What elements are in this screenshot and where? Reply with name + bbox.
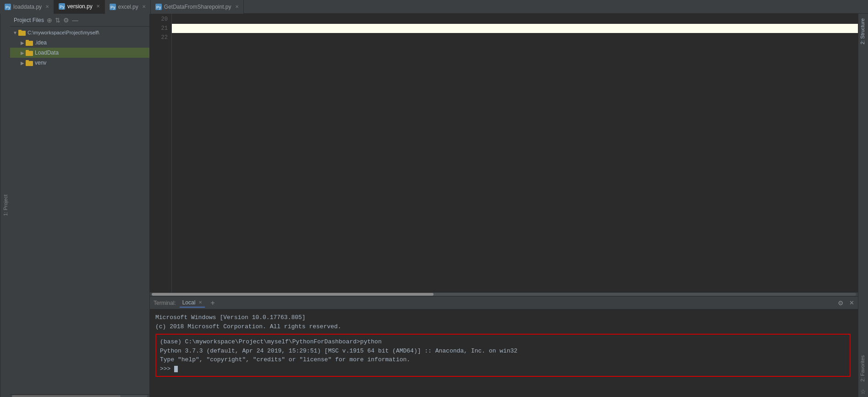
terminal-tab-label: Local	[182, 299, 196, 306]
tree-arrow-venv: ▶	[19, 61, 26, 66]
svg-rect-12	[26, 51, 33, 56]
tree-item-venv[interactable]: ▶ venv	[10, 58, 149, 68]
tab-version-label: version.py	[67, 3, 93, 10]
tree-arrow-idea: ▶	[19, 40, 26, 45]
folder-icon-root	[18, 29, 26, 36]
structure-panel-body	[858, 49, 868, 351]
tab-bar: Py loaddata.py ✕ Py version.py ✕ Py exce…	[0, 0, 868, 14]
tree-label-root: C:\myworkspace\Project\myself\	[27, 30, 99, 35]
svg-rect-11	[26, 40, 29, 41]
python-icon-2: Py	[59, 3, 65, 10]
terminal-body[interactable]: Microsoft Windows [Version 10.0.17763.80…	[150, 309, 858, 397]
sidebar-add-icon[interactable]: ⊕	[47, 17, 52, 24]
sidebar: Project Files ⊕ ⇅ ⚙ — ▼ C:\myworkspace\P…	[10, 14, 150, 397]
tree-item-idea[interactable]: ▶ .idea	[10, 38, 149, 48]
terminal-highlighted-block: (base) C:\myworkspace\Project\myself\Pyt…	[155, 334, 852, 377]
python-icon: Py	[5, 4, 11, 10]
python-icon-4: Py	[155, 4, 162, 10]
terminal-python-session: (base) C:\myworkspace\Project\myself\Pyt…	[155, 334, 851, 377]
tab-loaddata-label: loaddata.py	[13, 4, 42, 10]
svg-text:Py: Py	[5, 5, 11, 10]
terminal-windows-version: Microsoft Windows [Version 10.0.17763.80…	[155, 313, 852, 322]
tab-excel-close[interactable]: ✕	[142, 4, 146, 9]
terminal-panel: Terminal: Local ✕ + ⚙ ✕ Microsoft Window…	[150, 296, 858, 397]
terminal-cursor	[174, 366, 178, 372]
sidebar-header: Project Files ⊕ ⇅ ⚙ —	[10, 14, 149, 27]
svg-text:Py: Py	[110, 5, 115, 10]
favorites-tab[interactable]: 2: Favorites	[858, 351, 868, 386]
main-area: 1: Project Project Files ⊕ ⇅ ⚙ — ▼ C:\my…	[0, 14, 868, 397]
structure-tab[interactable]: 2: Structure	[858, 14, 868, 49]
tree-arrow-root: ▼	[12, 30, 18, 35]
sidebar-sort-icon[interactable]: ⇅	[55, 17, 60, 24]
terminal-label: Terminal:	[154, 300, 176, 306]
project-side-label[interactable]: 1: Project	[0, 14, 10, 397]
tab-getdata-close[interactable]: ✕	[235, 4, 239, 9]
terminal-help-text: Type "help", "copyright", "credits" or "…	[160, 355, 846, 364]
tree-label-idea: .idea	[35, 39, 47, 46]
editor-terminal-column: 20 21 22 Terminal:	[150, 14, 858, 397]
tree-arrow-loaddata: ▶	[19, 50, 26, 55]
svg-rect-10	[26, 41, 33, 46]
sidebar-header-icons: ⊕ ⇅ ⚙ —	[47, 17, 78, 24]
editor-hscrollbar[interactable]	[150, 292, 858, 296]
folder-icon-venv	[26, 60, 33, 66]
line-number-20: 20	[155, 15, 168, 24]
terminal-local-tab[interactable]: Local ✕	[180, 298, 205, 308]
svg-text:Py: Py	[156, 5, 161, 10]
folder-icon-idea	[26, 39, 33, 46]
terminal-close-icon[interactable]: ✕	[849, 299, 854, 306]
terminal-panel-header: Terminal: Local ✕ + ⚙ ✕	[150, 297, 858, 309]
tab-loaddata-close[interactable]: ✕	[45, 4, 49, 9]
svg-rect-15	[26, 60, 29, 61]
line-number-21: 21	[155, 24, 168, 33]
code-line-21	[172, 24, 858, 33]
line-numbers: 20 21 22	[150, 14, 172, 292]
terminal-tab-close[interactable]: ✕	[198, 300, 202, 305]
sidebar-header-title: Project Files	[14, 17, 44, 23]
star-icon: ☆	[860, 388, 866, 395]
code-line-22	[172, 33, 858, 42]
tab-excel-label: excel.py	[118, 4, 138, 10]
terminal-settings-icon[interactable]: ⚙	[838, 299, 844, 307]
svg-rect-13	[26, 50, 29, 51]
tree-item-loaddata[interactable]: ▶ LoadData	[10, 48, 149, 58]
sidebar-minimize-icon[interactable]: —	[72, 17, 78, 24]
code-line-20	[172, 15, 858, 24]
tab-loaddata[interactable]: Py loaddata.py ✕	[0, 0, 54, 14]
sidebar-scrollbar[interactable]	[10, 394, 149, 397]
python-icon-3: Py	[110, 4, 116, 10]
terminal-copyright: (c) 2018 Microsoft Corporation. All righ…	[155, 322, 852, 331]
tab-getdata[interactable]: Py GetDataFromSharepoint.py ✕	[151, 0, 244, 14]
svg-rect-9	[18, 30, 22, 31]
tab-excel[interactable]: Py excel.py ✕	[105, 0, 151, 14]
tab-version[interactable]: Py version.py ✕	[54, 0, 105, 14]
terminal-python-prompt: (base) C:\myworkspace\Project\myself\Pyt…	[160, 337, 846, 347]
editor-area: 20 21 22	[150, 14, 858, 296]
terminal-python-version: Python 3.7.3 (default, Apr 24 2019, 15:2…	[160, 347, 846, 356]
sidebar-gear-icon[interactable]: ⚙	[63, 17, 69, 24]
sidebar-tree: ▼ C:\myworkspace\Project\myself\ ▶ .idea…	[10, 27, 149, 394]
terminal-repl-prompt: >>>	[160, 364, 846, 374]
editor-content: 20 21 22	[150, 14, 858, 292]
tree-item-root[interactable]: ▼ C:\myworkspace\Project\myself\	[10, 28, 149, 38]
folder-icon-loaddata	[26, 50, 33, 56]
svg-rect-14	[26, 61, 33, 66]
tab-getdata-label: GetDataFromSharepoint.py	[164, 4, 231, 10]
tree-label-venv: venv	[35, 60, 46, 66]
code-body[interactable]	[172, 14, 858, 292]
svg-rect-8	[18, 31, 26, 36]
tab-version-close[interactable]: ✕	[96, 4, 100, 9]
structure-panel: 2: Structure 2: Favorites ☆	[858, 14, 868, 397]
svg-text:Py: Py	[60, 5, 65, 9]
tree-label-loaddata: LoadData	[35, 50, 59, 56]
line-number-22: 22	[155, 33, 168, 42]
favorites-star: ☆	[858, 386, 868, 397]
terminal-add-tab[interactable]: +	[210, 299, 214, 307]
